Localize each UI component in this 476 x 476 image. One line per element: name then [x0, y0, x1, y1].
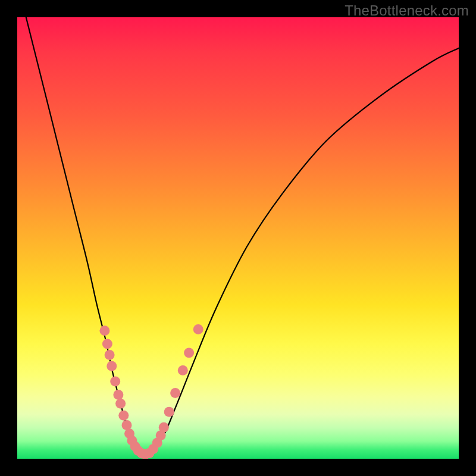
scatter-dot — [110, 377, 120, 387]
scatter-dot — [118, 411, 129, 421]
bottleneck-curve — [26, 17, 459, 454]
scatter-dot — [105, 350, 115, 360]
scatter-dot — [113, 390, 123, 400]
scatter-dot — [115, 399, 126, 409]
scatter-dot — [170, 388, 180, 398]
scatter-dot — [184, 347, 194, 358]
scatter-points — [99, 324, 203, 459]
scatter-dot — [178, 365, 188, 375]
watermark-text: TheBottleneck.com — [345, 2, 469, 19]
scatter-dot — [164, 407, 174, 417]
scatter-dot — [99, 325, 109, 336]
scatter-dot — [102, 339, 112, 349]
scatter-dot — [159, 422, 169, 433]
chart-frame: TheBottleneck.com — [0, 0, 476, 476]
curve-layer — [17, 17, 459, 459]
scatter-dot — [193, 324, 203, 334]
scatter-dot — [107, 361, 117, 371]
plot-area — [17, 17, 459, 459]
